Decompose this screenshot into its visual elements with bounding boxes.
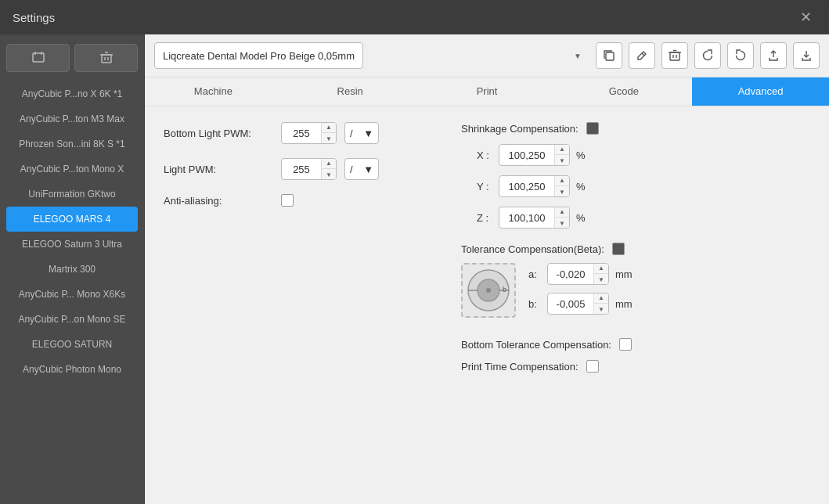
left-settings-col: Bottom Light PWM: ▲ ▼ / ▼ xyxy=(164,122,430,488)
y-input[interactable] xyxy=(499,175,554,197)
sidebar-item-8[interactable]: AnyCubic P... Mono X6Ks xyxy=(6,282,138,307)
sidebar-buttons xyxy=(6,44,138,72)
z-row: Z : ▲ ▼ % xyxy=(477,207,810,229)
tolerance-label: Tolerance Compensation(Beta): xyxy=(461,243,604,255)
tolerance-diagram: b xyxy=(461,263,516,318)
a-input[interactable] xyxy=(548,263,593,285)
bottom-light-pwm-row: Bottom Light PWM: ▲ ▼ / ▼ xyxy=(164,122,430,144)
b-down[interactable]: ▼ xyxy=(594,304,608,315)
y-down[interactable]: ▼ xyxy=(555,186,569,197)
shrinkage-section: Shrinkage Compensation: X : ▲ ▼ xyxy=(461,122,810,229)
b-spinner[interactable]: ▲ ▼ xyxy=(547,293,609,315)
refresh-ccw-button[interactable] xyxy=(727,42,754,69)
export-button[interactable] xyxy=(760,42,787,69)
light-pwm-label: Light PWM: xyxy=(164,164,273,175)
profile-dropdown-wrap: Liqcreate Dental Model Pro Beige 0,05mm xyxy=(154,42,589,69)
bottom-tolerance-checkbox[interactable] xyxy=(619,338,632,351)
tab-machine[interactable]: Machine xyxy=(145,77,282,106)
x-arrows: ▲ ▼ xyxy=(554,144,569,166)
tolerance-checkbox[interactable] xyxy=(612,243,625,255)
sidebar-item-10[interactable]: ELEGOO SATURN xyxy=(6,332,138,357)
y-spinner[interactable]: ▲ ▼ xyxy=(499,175,570,197)
sidebar-item-3[interactable]: AnyCubic P...ton Mono X xyxy=(6,157,138,182)
light-pwm-input[interactable] xyxy=(282,158,321,180)
a-down[interactable]: ▼ xyxy=(594,274,608,285)
slash-label: / xyxy=(350,128,353,139)
tolerance-section: Tolerance Compensation(Beta): xyxy=(461,243,810,318)
light-pwm-slash[interactable]: / ▼ xyxy=(344,158,379,180)
copy-profile-button[interactable] xyxy=(596,42,622,69)
a-label: a: xyxy=(528,268,541,280)
tolerance-params: a: ▲ ▼ mm xyxy=(528,263,633,315)
svg-rect-10 xyxy=(670,52,679,60)
x-input[interactable] xyxy=(499,144,554,166)
bottom-light-pwm-input[interactable] xyxy=(282,122,321,144)
edit-profile-button[interactable] xyxy=(629,42,655,69)
b-input[interactable] xyxy=(548,293,593,315)
import-button[interactable] xyxy=(793,42,820,69)
add-profile-button[interactable] xyxy=(6,44,70,72)
bottom-light-pwm-arrows: ▲ ▼ xyxy=(321,122,336,144)
z-down[interactable]: ▼ xyxy=(555,218,569,229)
y-label: Y : xyxy=(477,181,492,193)
delete-profile-button[interactable] xyxy=(661,42,688,69)
a-up[interactable]: ▲ xyxy=(594,263,608,274)
tab-gcode[interactable]: Gcode xyxy=(555,77,692,106)
z-input[interactable] xyxy=(499,207,554,229)
sidebar: AnyCubic P...no X 6K *1AnyCubic P...ton … xyxy=(0,34,145,504)
y-up[interactable]: ▲ xyxy=(555,175,569,186)
sidebar-item-5[interactable]: ELEGOO MARS 4 xyxy=(6,207,138,232)
sidebar-item-1[interactable]: AnyCubic P...ton M3 Max xyxy=(6,106,138,131)
bottom-light-pwm-spinner[interactable]: ▲ ▼ xyxy=(281,122,337,144)
print-time-checkbox[interactable] xyxy=(586,360,599,373)
a-unit: mm xyxy=(615,268,633,280)
tab-print[interactable]: Print xyxy=(419,77,556,106)
sidebar-item-6[interactable]: ELEGOO Saturn 3 Ultra xyxy=(6,232,138,257)
shrinkage-label: Shrinkage Compensation: xyxy=(461,123,578,135)
svg-line-9 xyxy=(642,53,644,56)
x-label: X : xyxy=(477,149,492,161)
settings-body: Bottom Light PWM: ▲ ▼ / ▼ xyxy=(145,106,829,504)
a-row: a: ▲ ▼ mm xyxy=(528,263,633,285)
sidebar-item-0[interactable]: AnyCubic P...no X 6K *1 xyxy=(6,81,138,106)
bottom-light-pwm-slash[interactable]: / ▼ xyxy=(344,122,379,144)
bottom-settings: Bottom Tolerance Compensation: Print Tim… xyxy=(461,338,810,373)
svg-text:b: b xyxy=(503,286,506,293)
x-down[interactable]: ▼ xyxy=(555,155,569,166)
light-pwm-spinner[interactable]: ▲ ▼ xyxy=(281,158,337,180)
z-unit: % xyxy=(576,212,586,224)
svg-rect-8 xyxy=(606,52,614,60)
profile-select[interactable]: Liqcreate Dental Model Pro Beige 0,05mm xyxy=(154,42,363,69)
x-spinner[interactable]: ▲ ▼ xyxy=(499,144,570,166)
sidebar-item-7[interactable]: Martrix 300 xyxy=(6,257,138,282)
sidebar-item-11[interactable]: AnyCubic Photon Mono xyxy=(6,357,138,382)
right-settings-col: Shrinkage Compensation: X : ▲ ▼ xyxy=(461,122,810,488)
z-spinner[interactable]: ▲ ▼ xyxy=(499,207,570,229)
slash-arrow2: ▼ xyxy=(363,164,373,175)
bottom-light-pwm-down[interactable]: ▼ xyxy=(322,133,336,144)
tab-advanced[interactable]: Advanced xyxy=(692,77,829,106)
z-up[interactable]: ▲ xyxy=(555,207,569,218)
shrinkage-checkbox[interactable] xyxy=(586,122,599,135)
profile-bar: Liqcreate Dental Model Pro Beige 0,05mm xyxy=(145,34,829,77)
tabs: Machine Resin Print Gcode Advanced xyxy=(145,77,829,106)
light-pwm-down[interactable]: ▼ xyxy=(322,169,336,180)
svg-rect-3 xyxy=(102,55,111,63)
anti-aliasing-checkbox[interactable] xyxy=(281,194,294,207)
b-row: b: ▲ ▼ mm xyxy=(528,293,633,315)
remove-profile-button[interactable] xyxy=(74,44,138,72)
print-time-label: Print Time Compensation: xyxy=(461,361,578,373)
sidebar-item-4[interactable]: UniFormation GKtwo xyxy=(6,182,138,207)
b-up[interactable]: ▲ xyxy=(594,293,608,304)
anti-aliasing-label: Anti-aliasing: xyxy=(164,195,273,207)
light-pwm-up[interactable]: ▲ xyxy=(322,158,336,169)
tab-resin[interactable]: Resin xyxy=(282,77,419,106)
sidebar-item-2[interactable]: Phrozen Son...ini 8K S *1 xyxy=(6,131,138,157)
slash-arrow: ▼ xyxy=(363,128,373,139)
close-button[interactable]: ✕ xyxy=(795,6,816,28)
x-up[interactable]: ▲ xyxy=(555,144,569,155)
refresh-cw-button[interactable] xyxy=(694,42,721,69)
bottom-light-pwm-up[interactable]: ▲ xyxy=(322,122,336,133)
sidebar-item-9[interactable]: AnyCubic P...on Mono SE xyxy=(6,307,138,332)
a-spinner[interactable]: ▲ ▼ xyxy=(547,263,609,285)
